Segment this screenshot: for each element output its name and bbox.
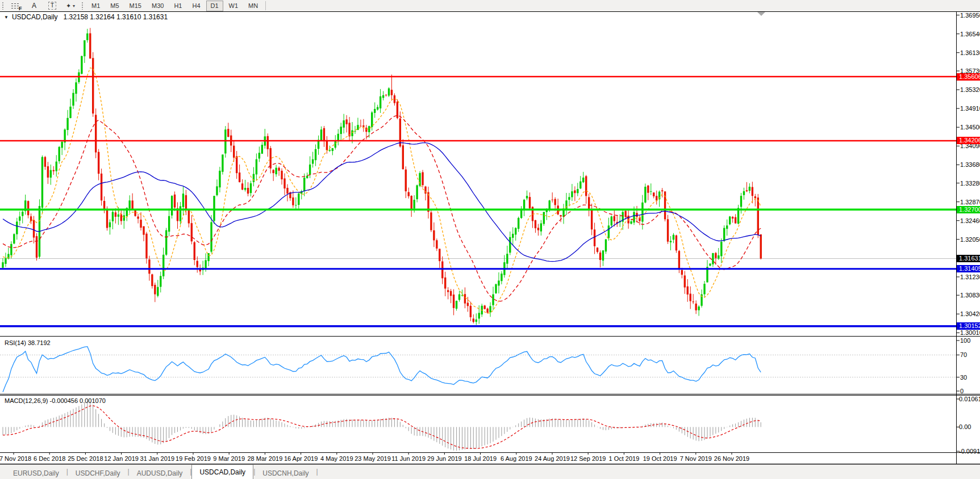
- symbol-tab-bar: EURUSD,Daily|USDCHF,Daily|AUDUSD,Daily|U…: [0, 464, 980, 479]
- price-badge: 1.35606: [957, 73, 980, 81]
- toolbar-grip[interactable]: [81, 2, 84, 10]
- tab-eurusd[interactable]: EURUSD,Daily: [6, 467, 66, 479]
- timeframe-button-m5[interactable]: M5: [106, 1, 123, 11]
- chart-symbol-title: USDCAD,Daily: [12, 13, 58, 21]
- arrows-icon: ✦: [66, 2, 71, 10]
- chart-title-row: ▼ USDCAD,Daily 1.32158 1.32164 1.31610 1…: [4, 13, 168, 21]
- fibonacci-tool-button[interactable]: F: [7, 1, 25, 11]
- price-tick-label: 1.32870: [960, 199, 980, 205]
- price-badge: 1.32700: [957, 206, 980, 213]
- price-tick-label: 1.31230: [960, 274, 980, 280]
- rsi-level-label: 100: [960, 337, 970, 344]
- label-icon: T: [48, 2, 56, 10]
- timeframe-button-w1[interactable]: W1: [224, 1, 243, 11]
- price-tick-label: 1.36950: [960, 12, 980, 19]
- price-badge: 1.31405: [957, 265, 980, 272]
- rsi-level-label: 0: [960, 388, 964, 394]
- tab-usdcnh[interactable]: USDCNH,Daily: [255, 467, 316, 479]
- price-tick-label: 1.36130: [960, 49, 980, 56]
- macd-scale-label: 0.00: [959, 423, 971, 430]
- rsi-level-label: 70: [960, 351, 967, 358]
- metatrader-window: F A T ✦ ▾ M1M5M15M30H1H4D1W1MN ▼ USDCAD,…: [0, 0, 980, 479]
- price-tick-label: 1.33680: [960, 161, 980, 168]
- tab-audusd[interactable]: AUDUSD,Daily: [130, 467, 190, 479]
- toolbar: F A T ✦ ▾ M1M5M15M30H1H4D1W1MN: [0, 0, 980, 11]
- price-tick-label: 1.34910: [960, 105, 980, 112]
- price-tick-label: 1.32460: [960, 217, 980, 224]
- toolbar-grip[interactable]: [2, 2, 4, 10]
- tab-usdchf[interactable]: USDCHF,Daily: [68, 467, 128, 479]
- timeframe-button-m1[interactable]: M1: [87, 1, 105, 11]
- tab-usdcad[interactable]: USDCAD,Daily: [191, 464, 253, 479]
- tab-separator: |: [316, 468, 318, 477]
- price-tick-label: 1.35320: [960, 86, 980, 93]
- text-tool-button[interactable]: A: [25, 1, 43, 11]
- timeframe-button-m15[interactable]: M15: [125, 1, 146, 11]
- toolbar-separator: [265, 1, 266, 10]
- price-tick-label: 1.30420: [960, 310, 980, 317]
- timeframe-button-h4[interactable]: H4: [187, 1, 205, 11]
- timeframe-button-h1[interactable]: H1: [169, 1, 186, 11]
- price-tick-label: 1.34500: [960, 124, 980, 131]
- chevron-down-icon: ▾: [73, 3, 75, 9]
- macd-scale-label: 0.010615: [959, 396, 980, 402]
- rsi-indicator-label: RSI(14) 38.7192: [5, 339, 51, 346]
- chart-shift-marker-icon[interactable]: [757, 12, 765, 16]
- chart-canvas[interactable]: [0, 0, 980, 479]
- timeframe-button-m30[interactable]: M30: [147, 1, 168, 11]
- price-tick-label: 1.30010: [960, 329, 980, 336]
- arrows-tool-button[interactable]: ✦ ▾: [61, 1, 80, 11]
- text-icon: A: [32, 2, 36, 10]
- timeframe-group: M1M5M15M30H1H4D1W1MN: [86, 1, 263, 11]
- macd-indicator-label: MACD(12,26,9) -0.000456 0.001070: [5, 397, 106, 404]
- fibonacci-icon: F: [11, 2, 21, 10]
- price-badge: 1.34206: [957, 137, 980, 144]
- macd-scale-label: -0.009185: [959, 448, 980, 455]
- price-tick-label: 1.33280: [960, 180, 980, 187]
- price-tick-label: 1.30830: [960, 292, 980, 299]
- chart-ohlc-values: 1.32158 1.32164 1.31610 1.31631: [64, 13, 168, 21]
- rsi-level-label: 30: [960, 374, 967, 381]
- price-tick-label: 1.32050: [960, 236, 980, 243]
- timeframe-button-d1[interactable]: D1: [206, 1, 223, 11]
- label-tool-button[interactable]: T: [43, 1, 61, 11]
- price-badge: 1.31631: [957, 255, 980, 262]
- collapse-chart-icon[interactable]: ▼: [4, 15, 9, 20]
- price-badge: 1.30152: [957, 322, 980, 330]
- price-tick-label: 1.36540: [960, 31, 980, 37]
- timeframe-button-mn[interactable]: MN: [244, 1, 262, 11]
- date-label: 26 Nov 2019: [706, 455, 757, 462]
